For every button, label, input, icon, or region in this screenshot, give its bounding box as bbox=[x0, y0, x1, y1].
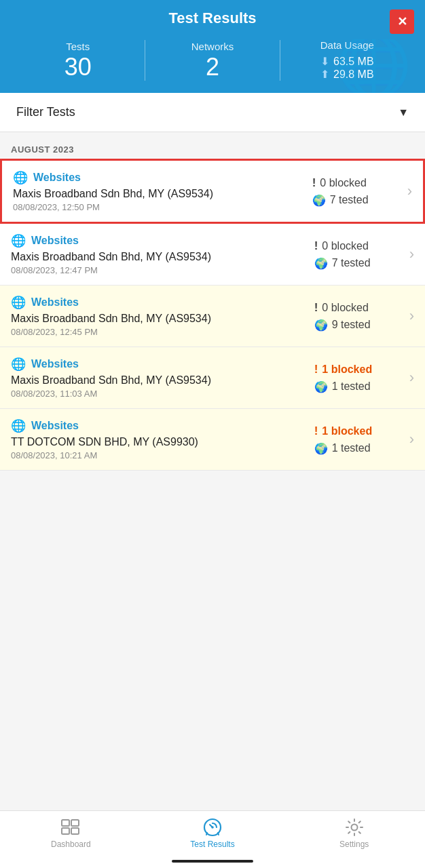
test-network: TT DOTCOM SDN BHD, MY (AS9930) bbox=[11, 436, 314, 448]
test-item-right: ! 0 blocked 🌍 7 tested bbox=[314, 239, 409, 270]
nav-label-settings: Settings bbox=[339, 840, 369, 849]
header: Test Results ✕ Tests 30 Networks 2 Data … bbox=[0, 0, 425, 93]
tested-globe-icon: 🌍 bbox=[312, 194, 326, 207]
download-value: 63.5 MB bbox=[333, 56, 374, 68]
nav-item-dashboard[interactable]: Dashboard bbox=[0, 818, 142, 849]
svg-point-5 bbox=[211, 826, 214, 829]
test-network: Maxis Broadband Sdn Bhd, MY (AS9534) bbox=[11, 313, 314, 325]
upload-arrow-icon: ⬆ bbox=[320, 68, 329, 81]
blocked-count: 0 blocked bbox=[320, 177, 367, 189]
test-item-left: 🌐 Websites Maxis Broadband Sdn Bhd, MY (… bbox=[11, 233, 314, 275]
tested-count: 1 tested bbox=[332, 442, 371, 454]
svg-rect-2 bbox=[71, 820, 79, 826]
chevron-right-icon: › bbox=[409, 369, 414, 387]
close-button[interactable]: ✕ bbox=[390, 9, 414, 34]
blocked-row: ! 1 blocked bbox=[314, 363, 372, 376]
test-item[interactable]: 🌐 Websites Maxis Broadband Sdn Bhd, MY (… bbox=[0, 224, 425, 285]
test-item[interactable]: 🌐 Websites Maxis Broadband Sdn Bhd, MY (… bbox=[0, 285, 425, 347]
upload-row: ⬆ 29.8 MB bbox=[320, 68, 374, 81]
data-usage-label: Data Usage bbox=[320, 39, 374, 51]
test-date: 08/08/2023, 11:03 AM bbox=[11, 389, 314, 399]
chevron-right-icon: › bbox=[409, 307, 414, 325]
tested-globe-icon: 🌍 bbox=[314, 257, 328, 270]
page-title: Test Results bbox=[168, 9, 256, 27]
chevron-down-icon: ▼ bbox=[398, 106, 409, 119]
stat-networks: Networks 2 bbox=[145, 41, 279, 79]
blocked-count: 1 blocked bbox=[322, 425, 372, 437]
tested-globe-icon: 🌍 bbox=[314, 319, 328, 332]
tested-count: 7 tested bbox=[332, 257, 371, 269]
test-date: 08/08/2023, 12:45 PM bbox=[11, 327, 314, 337]
test-type-label: Websites bbox=[31, 296, 79, 309]
globe-icon: 🌐 bbox=[11, 418, 26, 433]
test-network: Maxis Broadband Sdn Bhd, MY (AS9534) bbox=[11, 251, 314, 263]
blocked-count: 1 blocked bbox=[322, 363, 372, 376]
blocked-row: ! 0 blocked bbox=[314, 239, 369, 253]
tests-label: Tests bbox=[66, 41, 90, 52]
globe-icon: 🌐 bbox=[11, 357, 26, 372]
test-item-right: ! 1 blocked 🌍 1 tested bbox=[314, 363, 409, 393]
svg-rect-1 bbox=[62, 828, 69, 834]
blocked-row: ! 1 blocked bbox=[314, 425, 372, 438]
test-date: 08/08/2023, 12:47 PM bbox=[11, 265, 314, 275]
test-type-row: 🌐 Websites bbox=[11, 357, 314, 372]
filter-label: Filter Tests bbox=[16, 105, 75, 119]
exclaim-icon: ! bbox=[314, 363, 318, 376]
test-item-right: ! 0 blocked 🌍 7 tested bbox=[312, 176, 407, 207]
tested-row: 🌍 7 tested bbox=[312, 194, 369, 207]
section-title: AUGUST 2023 bbox=[11, 144, 74, 155]
tested-row: 🌍 1 tested bbox=[314, 442, 371, 455]
test-type-row: 🌐 Websites bbox=[11, 233, 314, 248]
test-item-right: ! 1 blocked 🌍 1 tested bbox=[314, 425, 409, 455]
test-type-row: 🌐 Websites bbox=[11, 295, 314, 310]
filter-bar[interactable]: Filter Tests ▼ bbox=[0, 93, 425, 132]
tested-count: 9 tested bbox=[332, 319, 371, 331]
test-type-label: Websites bbox=[31, 420, 79, 432]
svg-point-6 bbox=[351, 825, 357, 831]
test-date: 08/08/2023, 10:21 AM bbox=[11, 450, 314, 460]
tested-globe-icon: 🌍 bbox=[314, 442, 328, 455]
exclaim-icon: ! bbox=[314, 301, 318, 315]
test-type-label: Websites bbox=[31, 235, 79, 247]
upload-value: 29.8 MB bbox=[333, 68, 374, 81]
test-item-left: 🌐 Websites Maxis Broadband Sdn Bhd, MY (… bbox=[11, 357, 314, 399]
test-network: Maxis Broadband Sdn Bhd, MY (AS9534) bbox=[13, 188, 312, 200]
tested-row: 🌍 7 tested bbox=[314, 257, 371, 270]
test-type-row: 🌐 Websites bbox=[13, 170, 312, 185]
tested-globe-icon: 🌍 bbox=[314, 380, 328, 393]
test-item[interactable]: 🌐 Websites Maxis Broadband Sdn Bhd, MY (… bbox=[0, 159, 425, 224]
test-item-left: 🌐 Websites Maxis Broadband Sdn Bhd, MY (… bbox=[13, 170, 312, 212]
download-row: ⬇ 63.5 MB bbox=[320, 55, 374, 68]
content: Filter Tests ▼ AUGUST 2023 🌐 Websites Ma… bbox=[0, 93, 425, 868]
svg-rect-0 bbox=[62, 820, 69, 826]
test-date: 08/08/2023, 12:50 PM bbox=[13, 202, 312, 212]
tested-count: 7 tested bbox=[330, 194, 369, 206]
tested-row: 🌍 1 tested bbox=[314, 380, 371, 393]
nav-label-test-results: Test Results bbox=[190, 840, 234, 849]
exclaim-icon: ! bbox=[312, 176, 316, 190]
blocked-count: 0 blocked bbox=[322, 240, 369, 252]
nav-item-test-results[interactable]: Test Results bbox=[142, 818, 284, 849]
stat-tests: Tests 30 bbox=[11, 41, 145, 79]
chevron-right-icon: › bbox=[407, 182, 412, 200]
globe-icon: 🌐 bbox=[11, 233, 26, 248]
test-item[interactable]: 🌐 Websites Maxis Broadband Sdn Bhd, MY (… bbox=[0, 347, 425, 409]
test-item[interactable]: 🌐 Websites TT DOTCOM SDN BHD, MY (AS9930… bbox=[0, 409, 425, 471]
networks-value: 2 bbox=[206, 55, 219, 79]
settings-icon bbox=[344, 818, 365, 837]
tested-count: 1 tested bbox=[332, 380, 371, 393]
blocked-count: 0 blocked bbox=[322, 302, 369, 314]
test-network: Maxis Broadband Sdn Bhd, MY (AS9534) bbox=[11, 374, 314, 387]
test-results-icon bbox=[202, 818, 223, 837]
exclaim-icon: ! bbox=[314, 239, 318, 253]
test-item-left: 🌐 Websites Maxis Broadband Sdn Bhd, MY (… bbox=[11, 295, 314, 337]
test-list: 🌐 Websites Maxis Broadband Sdn Bhd, MY (… bbox=[0, 159, 425, 471]
dashboard-icon bbox=[60, 818, 81, 837]
test-type-label: Websites bbox=[33, 172, 81, 184]
tested-row: 🌍 9 tested bbox=[314, 319, 371, 332]
exclaim-icon: ! bbox=[314, 425, 318, 438]
nav-label-dashboard: Dashboard bbox=[51, 840, 91, 849]
nav-item-settings[interactable]: Settings bbox=[283, 818, 425, 849]
header-stats: Tests 30 Networks 2 Data Usage ⬇ 63.5 MB… bbox=[11, 39, 414, 93]
home-indicator bbox=[172, 860, 253, 863]
